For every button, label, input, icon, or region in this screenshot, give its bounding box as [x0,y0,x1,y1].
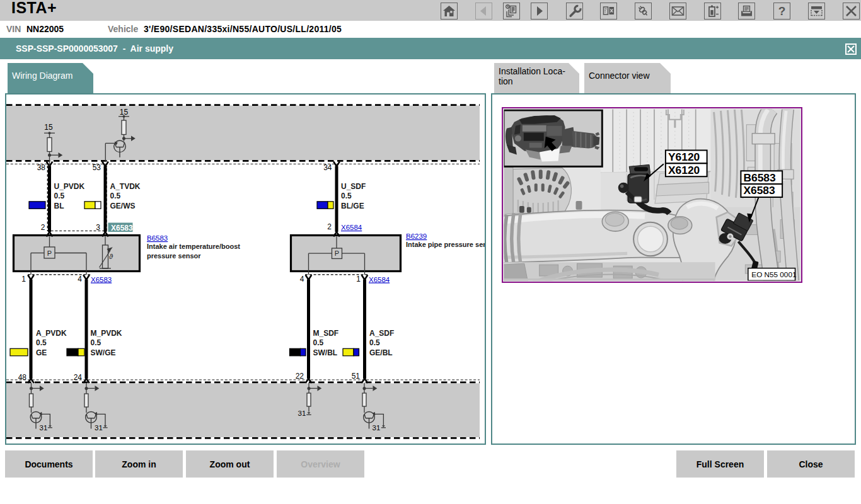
svg-text:U_SDF: U_SDF [341,182,366,191]
svg-text:2: 2 [327,222,332,231]
svg-text:A_TVDK: A_TVDK [110,182,141,191]
svg-text:31: 31 [40,424,48,432]
svg-text:34: 34 [323,163,332,172]
svg-text:15: 15 [44,123,53,132]
svg-text:P: P [335,249,339,257]
svg-text:SW/GE: SW/GE [91,348,116,357]
svg-text:0.5: 0.5 [91,338,101,347]
svg-text:0.5: 0.5 [369,338,380,347]
svg-text:BL: BL [54,202,64,210]
svg-text:X6583: X6583 [111,224,133,232]
svg-text:0.5: 0.5 [341,192,352,200]
svg-text:4: 4 [78,275,82,284]
svg-text:Y6120: Y6120 [668,151,700,163]
svg-text:48: 48 [18,373,27,382]
svg-text:1: 1 [21,275,26,284]
svg-text:Intake air temperature/boost: Intake air temperature/boost [147,243,240,250]
svg-text:GE: GE [36,348,47,357]
svg-text:SW/BL: SW/BL [313,348,338,357]
svg-text:31: 31 [95,424,103,432]
svg-text:0.5: 0.5 [36,338,47,347]
svg-text:pressure sensor: pressure sensor [147,252,201,260]
svg-text:3: 3 [96,223,100,232]
svg-text:A_PVDK: A_PVDK [36,329,67,338]
svg-text:31: 31 [298,410,306,417]
svg-text:GE/WS: GE/WS [110,202,136,210]
svg-text:B6239: B6239 [406,232,427,240]
svg-text:22: 22 [296,372,304,381]
svg-text:M_PVDK: M_PVDK [91,329,122,338]
svg-text:38: 38 [37,163,46,172]
svg-text:?: ? [778,4,786,18]
svg-text:53: 53 [93,163,101,172]
svg-text:51: 51 [352,372,361,381]
svg-text:X6584: X6584 [341,224,362,231]
svg-text:X6584: X6584 [369,276,390,284]
svg-text:B6583: B6583 [147,234,168,242]
svg-text:2: 2 [41,223,45,232]
svg-text:1: 1 [356,275,361,284]
svg-text:24: 24 [74,373,83,382]
svg-text:ϑ: ϑ [109,253,113,260]
svg-text:U_PVDK: U_PVDK [54,182,85,191]
svg-text:31: 31 [373,424,381,432]
svg-text:GE/BL: GE/BL [369,348,393,357]
svg-text:B6583: B6583 [743,171,776,184]
svg-text:EO N55 0001: EO N55 0001 [751,270,796,278]
svg-text:4: 4 [300,275,304,284]
svg-text:M_SDF: M_SDF [313,329,339,338]
svg-text:Intake pipe pressure sensor: Intake pipe pressure sensor [406,241,485,248]
svg-text:X6120: X6120 [668,164,700,176]
svg-text:A_SDF: A_SDF [369,329,394,338]
svg-text:X6583: X6583 [91,276,112,284]
svg-text:0.5: 0.5 [313,338,324,347]
svg-text:P: P [47,249,52,257]
svg-text:0.5: 0.5 [110,192,121,200]
svg-text:BL/GE: BL/GE [341,202,364,210]
svg-text:0.5: 0.5 [54,192,65,200]
svg-text:X6583: X6583 [743,185,775,197]
svg-text:15: 15 [120,108,129,117]
